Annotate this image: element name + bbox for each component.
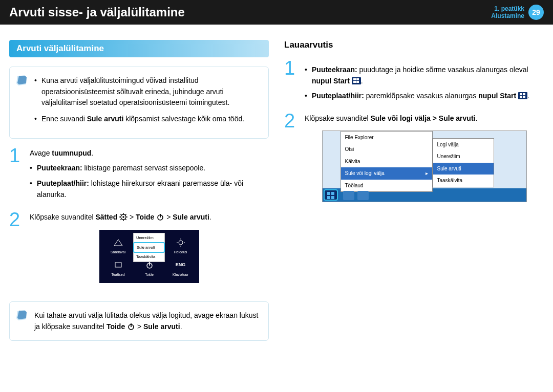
- svg-line-6: [120, 214, 121, 215]
- power-menu: Unerežiim Sule arvuti Taaskäivita: [133, 233, 165, 262]
- network-icon: [113, 237, 124, 248]
- chevron-right-icon: ▸: [426, 169, 428, 178]
- svg-point-1: [122, 216, 124, 218]
- charms-panel-screenshot: Unerežiim Sule arvuti Taaskäivita Saadav…: [99, 230, 199, 283]
- left-step-1: 1 Avage tuumnupud. Puuteekraan: libistag…: [9, 148, 269, 201]
- taskbar-icons: [343, 191, 369, 200]
- start-menu-screenshot: File Explorer Otsi Käivita Sule või logi…: [322, 130, 527, 202]
- note-icon: [16, 309, 28, 321]
- brightness-icon: [175, 237, 186, 248]
- menu-item-selected: Sule või logi välja▸: [341, 167, 432, 180]
- right-column: Lauaarvutis 1 Puuteekraan: puudutage ja …: [284, 40, 544, 350]
- step-number: 2: [9, 212, 30, 229]
- shutdown-highlighted: Sule arvuti: [133, 242, 165, 253]
- step-number: 2: [284, 113, 305, 130]
- step-number: 1: [284, 60, 305, 78]
- chapter-line1: 1. peatükk: [491, 5, 524, 12]
- page-title: Arvuti sisse- ja väljalülitamine: [9, 5, 185, 19]
- step1-bullet-mouse: Puuteplaat/hiir: lohistage hiirekursor e…: [30, 178, 269, 200]
- svg-rect-17: [115, 263, 121, 267]
- note-box-2: Kui tahate arvuti välja lülitada olekus …: [9, 301, 269, 341]
- winx-menu: File Explorer Otsi Käivita Sule või logi…: [341, 131, 433, 192]
- svg-line-9: [125, 214, 126, 215]
- notifications-icon: [113, 259, 124, 271]
- section-header-shutdown: Arvuti väljalülitamine: [9, 40, 269, 57]
- chapter-meta: 1. peatükk Alustamine: [491, 5, 524, 20]
- note-icon: [16, 74, 28, 86]
- note-1-item-2: Enne suvandi Sule arvuti klõpsamist salv…: [34, 114, 260, 125]
- note-1-item-1: Kuna arvuti väljalülitustoimingud võivad…: [34, 75, 260, 108]
- step1-bullet-touch: Puuteekraan: libistage paremast servast …: [30, 163, 269, 174]
- right-step-2: 2 Klõpsake suvanditel Sule või logi välj…: [284, 113, 544, 202]
- chapter-line2: Alustamine: [491, 12, 524, 19]
- taskbar-explorer-icon: [357, 191, 369, 200]
- step1-bullet-touch: Puuteekraan: puudutage ja hoidke sõrme v…: [305, 64, 544, 86]
- keyboard-icon: ENG: [175, 259, 186, 271]
- gear-icon: [119, 213, 127, 221]
- start-button-icon: [518, 92, 527, 99]
- start-button-icon: [352, 77, 361, 84]
- page-header: Arvuti sisse- ja väljalülitamine 1. peat…: [0, 0, 553, 25]
- step1-bullet-mouse: Puuteplaat/hiir: paremklõpsake vasakus a…: [305, 91, 544, 102]
- header-meta-group: 1. peatükk Alustamine 29: [491, 5, 544, 20]
- section-header-desktop: Lauaarvutis: [284, 40, 544, 50]
- content-columns: Arvuti väljalülitamine Kuna arvuti välja…: [0, 25, 553, 359]
- left-step-2: 2 Klõpsake suvanditel Sätted > Toide > S…: [9, 212, 269, 290]
- step-number: 1: [9, 148, 30, 165]
- power-icon: [156, 213, 164, 221]
- power-icon: [127, 322, 135, 331]
- svg-line-7: [125, 219, 126, 220]
- page-number-badge: 29: [528, 5, 544, 20]
- start-button-highlighted: [324, 189, 338, 201]
- taskbar-ie-icon: [343, 191, 354, 200]
- left-column: Arvuti väljalülitamine Kuna arvuti välja…: [9, 40, 269, 350]
- winx-submenu: Logi välja Unerežiim Sule arvuti Taaskäi…: [433, 138, 494, 187]
- svg-line-8: [120, 219, 121, 220]
- right-step-1: 1 Puuteekraan: puudutage ja hoidke sõrme…: [284, 60, 544, 102]
- svg-point-12: [179, 241, 183, 245]
- note-box-1: Kuna arvuti väljalülitustoimingud võivad…: [9, 67, 269, 139]
- submenu-item-selected: Sule arvuti: [433, 163, 494, 175]
